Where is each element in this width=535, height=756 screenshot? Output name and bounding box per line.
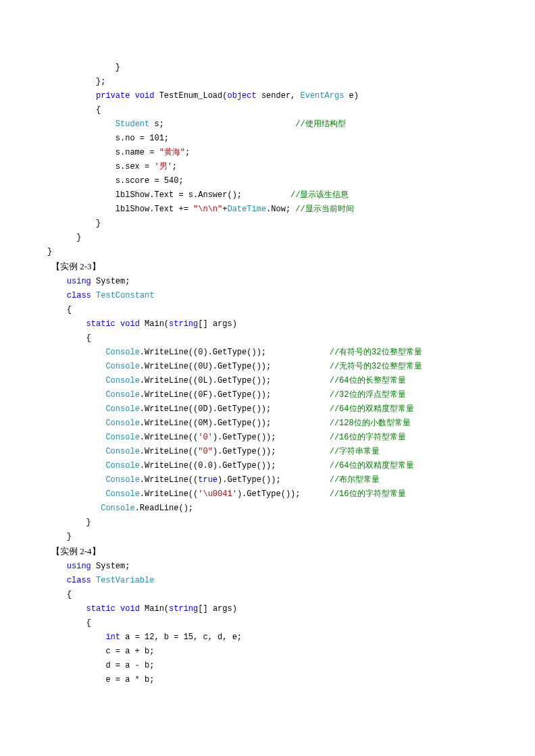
code-line: } — [47, 217, 488, 231]
code-line: } — [47, 245, 488, 259]
code-line: lblShow.Text += "\n\n"+DateTime.Now; //显… — [47, 202, 488, 217]
code-line: lblShow.Text = s.Answer(); //显示该生信息 — [47, 188, 488, 202]
code-line: private void TestEnum_Load(object sender… — [47, 89, 488, 103]
code-line: Console.WriteLine(("0").GetType()); //字符… — [47, 445, 488, 459]
code-line: s.no = 101; — [47, 132, 488, 146]
code-line: Console.WriteLine((0U).GetType()); //无符号… — [47, 360, 488, 374]
code-line: Console.WriteLine(('0').GetType()); //16… — [47, 431, 488, 445]
code-line: { — [47, 588, 488, 602]
example-heading-2-3: 【实例 2-3】 — [51, 259, 488, 275]
code-line: s.sex = '男'; — [47, 160, 488, 174]
document-page: } }; private void TestEnum_Load(object s… — [0, 0, 535, 756]
code-line: Console.WriteLine((0D).GetType()); //64位… — [47, 402, 488, 416]
code-line: e = a * b; — [47, 673, 488, 687]
code-line: { — [47, 616, 488, 630]
code-line: s.score = 540; — [47, 174, 488, 188]
code-line: s.name = "黄海"; — [47, 146, 488, 160]
code-line: Console.WriteLine((0F).GetType()); //32位… — [47, 388, 488, 402]
code-line: using System; — [47, 560, 488, 574]
code-block-3: using System; class TestVariable { stati… — [47, 560, 488, 687]
code-line: Console.ReadLine(); — [47, 502, 488, 516]
code-line: d = a - b; — [47, 659, 488, 673]
code-line: }; — [47, 75, 488, 89]
code-line: Student s; //使用结构型 — [47, 117, 488, 132]
code-line: Console.WriteLine((0.0).GetType()); //64… — [47, 459, 488, 473]
code-line: Console.WriteLine((0M).GetType()); //128… — [47, 416, 488, 431]
code-line: { — [47, 103, 488, 117]
code-line: int a = 12, b = 15, c, d, e; — [47, 630, 488, 645]
code-line: Console.WriteLine((0L).GetType()); //64位… — [47, 374, 488, 388]
code-line: c = a + b; — [47, 645, 488, 659]
code-line: } — [47, 516, 488, 530]
code-line: { — [47, 303, 488, 317]
code-line: Console.WriteLine((true).GetType()); //布… — [47, 473, 488, 487]
code-line: } — [47, 61, 488, 75]
code-line: } — [47, 231, 488, 245]
example-heading-2-4: 【实例 2-4】 — [51, 544, 488, 560]
code-line: Console.WriteLine(('\u0041').GetType());… — [47, 487, 488, 502]
code-block-2: using System; class TestConstant { stati… — [47, 275, 488, 544]
code-line: static void Main(string[] args) — [47, 317, 488, 331]
code-line: using System; — [47, 275, 488, 289]
code-line: } — [47, 530, 488, 544]
code-block-1: } }; private void TestEnum_Load(object s… — [47, 61, 488, 259]
code-line: { — [47, 331, 488, 346]
code-line: class TestConstant — [47, 289, 488, 303]
code-line: static void Main(string[] args) — [47, 602, 488, 616]
code-line: Console.WriteLine((0).GetType()); //有符号的… — [47, 346, 488, 360]
code-line: class TestVariable — [47, 574, 488, 588]
